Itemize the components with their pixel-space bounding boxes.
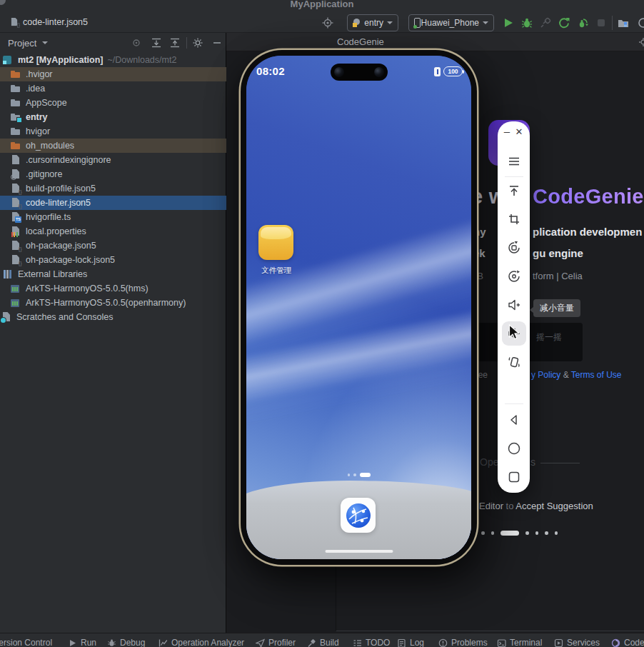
ampersand: & bbox=[563, 370, 569, 380]
profiler-ring-icon[interactable] bbox=[636, 16, 644, 29]
tree-row-build-profile[interactable]: {} build-profile.json5 bbox=[0, 181, 226, 196]
recents-button-icon[interactable] bbox=[502, 465, 526, 489]
volume-down-tooltip: 减小音量 bbox=[533, 299, 580, 317]
codegenie-dark-band bbox=[477, 323, 583, 361]
tree-row-gitignore[interactable]: .gitignore bbox=[0, 167, 226, 181]
panel-gear-icon[interactable] bbox=[638, 37, 644, 47]
tree-label: hvigor bbox=[26, 126, 50, 136]
statusbar-services[interactable]: Services bbox=[554, 638, 600, 647]
chevron-down-icon[interactable] bbox=[42, 41, 48, 44]
tree-row-entry[interactable]: entry bbox=[0, 110, 226, 124]
agreement-links: y Policy & Terms of Use bbox=[531, 370, 622, 380]
tree-row-hvigor[interactable]: hvigor bbox=[0, 124, 226, 139]
tree-label: Scratches and Consoles bbox=[16, 312, 114, 322]
rotate-screen-icon[interactable] bbox=[502, 264, 526, 289]
volume-up-icon[interactable] bbox=[502, 293, 526, 317]
folder-icon bbox=[10, 140, 21, 151]
statusbar-operation-analyzer[interactable]: Operation Analyzer bbox=[159, 638, 244, 647]
tree-row-external-libraries[interactable]: External Libraries bbox=[0, 267, 226, 281]
tree-row-cursorindexingignore[interactable]: .cursorindexingignore bbox=[0, 153, 226, 167]
tree-row-appscope[interactable]: AppScope bbox=[0, 96, 226, 110]
minimize-icon[interactable]: – bbox=[502, 124, 512, 139]
rotate-device-icon[interactable] bbox=[502, 236, 526, 260]
carousel-dots[interactable] bbox=[481, 531, 558, 536]
menu-icon[interactable] bbox=[502, 149, 526, 174]
close-icon[interactable]: ✕ bbox=[513, 124, 525, 139]
statusbar-label: Build bbox=[320, 638, 339, 647]
statusbar-version-control[interactable]: Version Control bbox=[0, 638, 52, 647]
tree-row-arkts-openharmony[interactable]: ArkTS-HarmonyOS-5.0.5(openharmony) bbox=[0, 296, 226, 310]
battery-saver-icon bbox=[434, 67, 441, 76]
statusbar-run[interactable]: Run bbox=[68, 638, 96, 647]
screenshot-crop-icon[interactable] bbox=[502, 207, 526, 231]
hint-word: to bbox=[506, 501, 514, 511]
tree-path: ~/Downloads/mt2 bbox=[107, 55, 176, 65]
statusbar-label: Version Control bbox=[0, 638, 52, 647]
privacy-policy-link[interactable]: y Policy bbox=[531, 370, 560, 380]
tree-row-hvigorfile[interactable]: TS hvigorfile.ts bbox=[0, 210, 226, 224]
rerun-button[interactable] bbox=[558, 16, 570, 29]
tree-label: ArkTS-HarmonyOS-5.0.5(openharmony) bbox=[26, 298, 186, 308]
debug-button[interactable] bbox=[520, 16, 533, 29]
tree-row-project-root[interactable]: mt2 [MyApplication] ~/Downloads/mt2 bbox=[0, 53, 226, 67]
editor-tab-code-linter[interactable]: {} code-linter.json5 bbox=[4, 14, 92, 31]
shake-device-icon[interactable] bbox=[502, 350, 526, 374]
hide-panel-icon[interactable] bbox=[211, 37, 223, 49]
home-button-icon[interactable] bbox=[502, 436, 526, 461]
project-header-label[interactable]: Project bbox=[8, 38, 36, 49]
device-manager-button[interactable] bbox=[617, 16, 630, 29]
file-manager-app-icon[interactable] bbox=[258, 225, 293, 260]
attach-debugger-button bbox=[539, 16, 552, 29]
statusbar-label: Debug bbox=[120, 638, 145, 647]
tree-row-arkts-hms[interactable]: ArkTS-HarmonyOS-5.0.5(hms) bbox=[0, 281, 226, 296]
tree-label: AppScope bbox=[26, 98, 67, 108]
statusbar-todo[interactable]: TODO bbox=[353, 638, 390, 647]
statusbar-codegenie[interactable]: Code bbox=[611, 638, 644, 647]
run-config-selector[interactable]: entry bbox=[347, 14, 398, 31]
scroll-to-top-icon[interactable] bbox=[502, 179, 526, 203]
module-folder-icon bbox=[10, 111, 21, 123]
gear-icon[interactable] bbox=[192, 37, 203, 49]
tree-row-hvigor-hidden[interactable]: .hvigor bbox=[0, 67, 226, 81]
statusbar-log[interactable]: Log bbox=[397, 638, 424, 647]
device-selector[interactable]: Huawei_Phone bbox=[408, 14, 494, 31]
expand-all-icon[interactable] bbox=[151, 37, 162, 49]
statusbar-terminal[interactable]: Terminal bbox=[497, 638, 542, 647]
run-button[interactable] bbox=[502, 16, 515, 29]
tree-row-code-linter-selected[interactable]: {} code-linter.json5 bbox=[0, 196, 226, 210]
statusbar-label: Run bbox=[81, 638, 96, 647]
rerun-debug-button[interactable] bbox=[576, 16, 589, 29]
run-config-label: entry bbox=[364, 18, 383, 28]
tree-row-oh-package[interactable]: {} oh-package.json5 bbox=[0, 239, 226, 253]
file-manager-app-label: 文件管理 bbox=[246, 266, 312, 276]
analyzer-icon bbox=[159, 638, 168, 647]
typescript-file-icon: TS bbox=[10, 211, 21, 223]
panel-divider bbox=[505, 403, 523, 404]
statusbar-debug[interactable]: Debug bbox=[107, 638, 145, 647]
locate-icon[interactable] bbox=[131, 37, 142, 49]
tree-row-oh-modules[interactable]: oh_modules bbox=[0, 139, 226, 153]
browser-app-icon[interactable] bbox=[341, 498, 376, 533]
home-indicator[interactable] bbox=[325, 550, 393, 553]
build-icon bbox=[307, 638, 316, 647]
statusbar-build[interactable]: Build bbox=[307, 638, 339, 647]
tree-label: .gitignore bbox=[26, 169, 62, 179]
json5-file-icon: {} bbox=[9, 17, 19, 27]
tree-row-scratches[interactable]: Scratches and Consoles bbox=[0, 310, 226, 324]
tree-label: local.properties bbox=[26, 226, 86, 236]
phone-screen[interactable]: 08:02 100 文件管理 bbox=[246, 56, 471, 559]
collapse-all-icon[interactable] bbox=[169, 37, 181, 49]
tree-row-local-properties[interactable]: local.properties bbox=[0, 224, 226, 239]
codegenie-tab-label[interactable]: CodeGenie bbox=[337, 36, 384, 47]
tree-row-oh-package-lock[interactable]: {} oh-package-lock.json5 bbox=[0, 253, 226, 267]
codegenie-line2: gu engine bbox=[533, 247, 583, 259]
statusbar-problems[interactable]: Problems bbox=[438, 638, 488, 647]
back-button-icon[interactable] bbox=[502, 408, 526, 432]
tree-row-idea[interactable]: .idea bbox=[0, 81, 226, 96]
terms-of-use-link[interactable]: Terms of Use bbox=[571, 370, 622, 380]
locate-file-icon[interactable] bbox=[321, 16, 334, 29]
tree-label: entry bbox=[26, 112, 48, 122]
tree-label: code-linter.json5 bbox=[26, 198, 91, 208]
statusbar-profiler[interactable]: Profiler bbox=[256, 638, 296, 647]
statusbar-label: TODO bbox=[366, 638, 390, 647]
